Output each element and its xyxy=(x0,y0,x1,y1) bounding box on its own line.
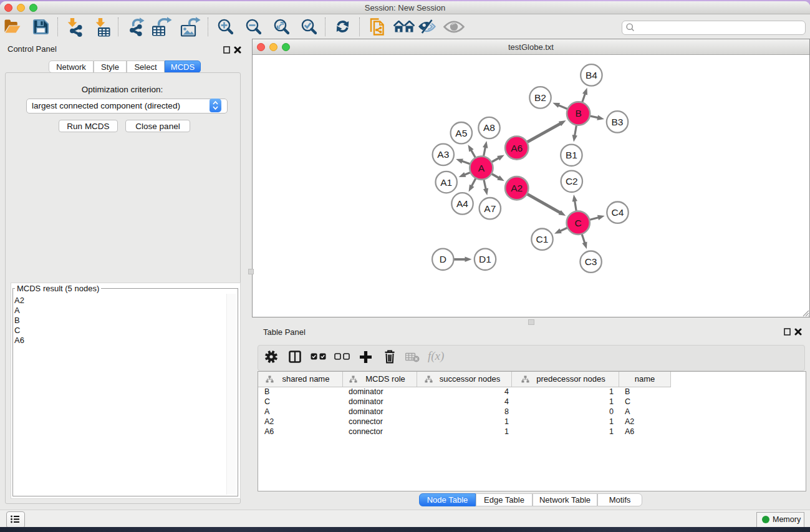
svg-text:C2: C2 xyxy=(566,176,578,186)
svg-text:B1: B1 xyxy=(566,150,577,160)
svg-text:A2: A2 xyxy=(511,183,523,193)
svg-text:A: A xyxy=(478,163,485,173)
svg-text:B3: B3 xyxy=(612,117,624,127)
svg-text:D: D xyxy=(440,254,446,264)
svg-text:A3: A3 xyxy=(437,149,449,160)
svg-text:C1: C1 xyxy=(536,234,549,244)
svg-text:A6: A6 xyxy=(511,143,523,153)
svg-text:C3: C3 xyxy=(585,256,597,267)
svg-text:A5: A5 xyxy=(455,128,467,138)
svg-text:C: C xyxy=(575,218,582,228)
svg-text:B4: B4 xyxy=(586,70,597,80)
svg-text:A7: A7 xyxy=(484,203,496,214)
svg-text:B2: B2 xyxy=(534,92,546,103)
svg-text:B: B xyxy=(575,108,581,118)
svg-text:C4: C4 xyxy=(612,207,624,218)
svg-text:A8: A8 xyxy=(483,122,495,133)
svg-text:A4: A4 xyxy=(456,198,468,209)
svg-text:D1: D1 xyxy=(479,254,491,264)
svg-text:A1: A1 xyxy=(440,177,452,188)
